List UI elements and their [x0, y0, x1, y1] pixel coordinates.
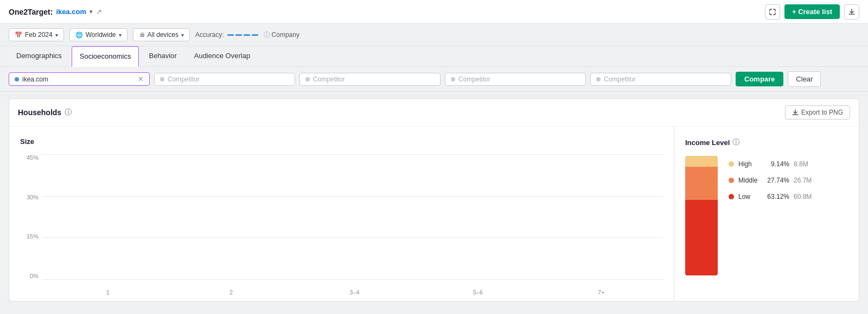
legend-val: 60.8M — [794, 193, 812, 200]
grid-line — [42, 279, 663, 280]
tab-behavior[interactable]: Behavior — [141, 46, 184, 66]
x-label: 5–6 — [416, 289, 539, 296]
filters-bar: 📅 Feb 2024 ▾ 🌐 Worldwide ▾ 🖥 All devices… — [0, 24, 868, 46]
legend-label: High — [738, 160, 761, 168]
app-title: One2Target: — [9, 8, 53, 16]
legend-label: Middle — [738, 177, 761, 184]
date-dropdown-icon: ▾ — [55, 32, 58, 38]
export-label: Export to PNG — [801, 109, 843, 116]
chart-subtitle: Size — [20, 137, 663, 146]
x-label: 7+ — [540, 289, 663, 296]
tabs-bar: Demographics Socioeconomics Behavior Aud… — [0, 46, 868, 67]
download-icon — [848, 8, 856, 16]
main-content: Households ⓘ Export to PNG Size 45%30%15… — [0, 92, 868, 308]
competitor-input-1[interactable]: Competitor — [154, 73, 295, 86]
external-link-icon[interactable]: ↗ — [96, 8, 102, 16]
top-bar: One2Target: ikea.com ▾ ↗ + Create list — [0, 0, 868, 24]
geo-filter[interactable]: 🌐 Worldwide ▾ — [69, 28, 127, 41]
households-info-icon[interactable]: ⓘ — [65, 108, 72, 117]
accuracy-dash-1 — [227, 34, 234, 36]
income-section: Income Level ⓘ High 9.14% 8.8M Middle 27… — [674, 127, 859, 301]
competitor-dot-2 — [305, 77, 310, 81]
legend-label: Low — [738, 193, 761, 200]
devices-icon: 🖥 — [139, 32, 145, 38]
x-label: 1 — [46, 289, 169, 296]
download-button[interactable] — [844, 4, 859, 20]
tab-socioeconomics[interactable]: Socioeconomics — [72, 46, 139, 67]
legend-item: Low 63.12% 60.8M — [729, 193, 812, 200]
competitor-dot-4 — [596, 77, 601, 81]
y-axis-label: 30% — [20, 194, 42, 200]
competitor-input-2[interactable]: Competitor — [299, 73, 441, 86]
competitor-placeholder-3: Competitor — [458, 76, 580, 83]
expand-button[interactable] — [765, 4, 780, 20]
stack-segment — [685, 156, 718, 167]
households-title: Households — [18, 108, 61, 117]
y-axis-label: 0% — [20, 273, 42, 279]
legend-item: High 9.14% 8.8M — [729, 160, 812, 168]
geo-label: Worldwide — [86, 31, 116, 39]
company-link[interactable]: ⓘ Company — [264, 30, 299, 40]
clear-button[interactable]: Clear — [788, 71, 821, 87]
competitor-placeholder-4: Competitor — [604, 76, 725, 83]
income-info-icon[interactable]: ⓘ — [732, 137, 739, 147]
competitor-input-3[interactable]: Competitor — [445, 73, 586, 86]
create-list-button[interactable]: + Create list — [784, 4, 840, 19]
legend-pct: 9.14% — [765, 160, 789, 168]
competitor-dot-3 — [451, 77, 455, 81]
legend-dot — [729, 194, 734, 199]
bar-chart-section: Size 45%30%15%0%123–45–67+ — [9, 127, 674, 301]
income-title: Income Level ⓘ — [685, 137, 848, 147]
main-site-value: ikea.com — [22, 76, 136, 83]
stacked-bar — [685, 156, 718, 275]
top-bar-right: + Create list — [765, 4, 859, 20]
tab-audience-overlap[interactable]: Audience Overlap — [187, 46, 258, 66]
legend-val: 26.7M — [794, 177, 812, 184]
main-site-input[interactable]: ikea.com ✕ — [9, 72, 150, 86]
competitor-input-4[interactable]: Competitor — [590, 73, 731, 86]
x-label: 3–4 — [293, 289, 416, 296]
competitors-bar: ikea.com ✕ Competitor Competitor Competi… — [0, 67, 868, 92]
accuracy-dash-3 — [244, 34, 250, 36]
income-legend: High 9.14% 8.8M Middle 27.74% 26.7M Low … — [729, 156, 812, 200]
x-labels: 123–45–67+ — [46, 280, 663, 296]
create-list-label: + Create list — [792, 8, 832, 16]
company-label: Company — [272, 31, 299, 39]
devices-dropdown-icon: ▾ — [181, 32, 184, 38]
accuracy-label: Accuracy: — [195, 31, 224, 39]
y-axis-label: 45% — [20, 154, 42, 161]
accuracy-indicator — [227, 34, 258, 36]
date-label: Feb 2024 — [25, 31, 53, 39]
domain-dropdown-icon[interactable]: ▾ — [90, 8, 93, 15]
legend-item: Middle 27.74% 26.7M — [729, 177, 812, 184]
main-site-dot — [15, 77, 19, 81]
main-site-clear-icon[interactable]: ✕ — [138, 75, 144, 83]
devices-label: All devices — [148, 31, 178, 39]
export-png-button[interactable]: Export to PNG — [785, 105, 850, 120]
tab-demographics[interactable]: Demographics — [9, 46, 69, 66]
info-icon-company: ⓘ — [264, 30, 270, 40]
charts-container: Size 45%30%15%0%123–45–67+ Income Level … — [9, 127, 859, 301]
compare-button[interactable]: Compare — [736, 72, 783, 86]
bar-chart: 45%30%15%0%123–45–67+ — [20, 154, 663, 296]
domain-link[interactable]: ikea.com — [56, 8, 86, 16]
x-label: 2 — [169, 289, 292, 296]
legend-dot — [729, 161, 734, 167]
date-filter[interactable]: 📅 Feb 2024 ▾ — [9, 28, 64, 41]
devices-filter[interactable]: 🖥 All devices ▾ — [133, 28, 190, 41]
accuracy-dash-2 — [235, 34, 242, 36]
section-title: Households ⓘ — [18, 108, 72, 117]
income-title-label: Income Level — [685, 139, 730, 147]
legend-pct: 27.74% — [765, 177, 789, 184]
competitor-dot-1 — [160, 77, 164, 81]
competitor-placeholder-1: Competitor — [168, 76, 289, 83]
income-chart-area: High 9.14% 8.8M Middle 27.74% 26.7M Low … — [685, 156, 848, 275]
legend-pct: 63.12% — [765, 193, 789, 200]
stack-segment — [685, 167, 718, 200]
section-header: Households ⓘ Export to PNG — [9, 99, 859, 127]
stack-segment — [685, 200, 718, 275]
y-axis-labels: 45%30%15%0% — [20, 154, 42, 279]
top-bar-left: One2Target: ikea.com ▾ ↗ — [9, 8, 102, 16]
legend-dot — [729, 178, 734, 183]
bars-area — [46, 154, 663, 279]
